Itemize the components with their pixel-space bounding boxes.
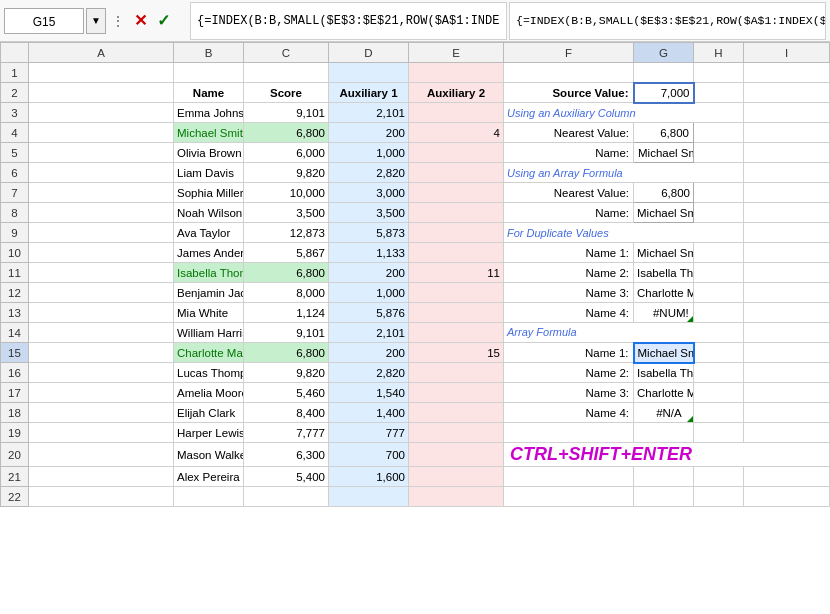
- cell-a15[interactable]: [29, 343, 174, 363]
- cell-a17[interactable]: [29, 383, 174, 403]
- cell-f5[interactable]: Name:: [504, 143, 634, 163]
- cell-h11[interactable]: [694, 263, 744, 283]
- cell-e13[interactable]: [409, 303, 504, 323]
- cell-d2[interactable]: Auxiliary 1: [329, 83, 409, 103]
- cell-i14[interactable]: [744, 323, 830, 343]
- cell-g15[interactable]: Michael Smith: [634, 343, 694, 363]
- cell-h12[interactable]: [694, 283, 744, 303]
- cell-h7[interactable]: [694, 183, 744, 203]
- cell-f17[interactable]: Name 3:: [504, 383, 634, 403]
- cell-g13[interactable]: #NUM!: [634, 303, 694, 323]
- cell-a3[interactable]: [29, 103, 174, 123]
- cell-i13[interactable]: [744, 303, 830, 323]
- cell-c21[interactable]: 5,400: [244, 467, 329, 487]
- cell-g10[interactable]: Michael Smith: [634, 243, 694, 263]
- cell-i21[interactable]: [744, 467, 830, 487]
- cell-f1[interactable]: [504, 63, 634, 83]
- cell-h18[interactable]: [694, 403, 744, 423]
- cell-b2[interactable]: Name: [174, 83, 244, 103]
- col-header-h[interactable]: H: [694, 43, 744, 63]
- cell-i6[interactable]: [744, 163, 830, 183]
- cell-e22[interactable]: [409, 487, 504, 507]
- cell-a9[interactable]: [29, 223, 174, 243]
- cell-c20[interactable]: 6,300: [244, 443, 329, 467]
- cell-i22[interactable]: [744, 487, 830, 507]
- cell-b22[interactable]: [174, 487, 244, 507]
- cell-a16[interactable]: [29, 363, 174, 383]
- cell-d17[interactable]: 1,540: [329, 383, 409, 403]
- cell-b9[interactable]: Ava Taylor: [174, 223, 244, 243]
- cell-g21[interactable]: [634, 467, 694, 487]
- cell-c17[interactable]: 5,460: [244, 383, 329, 403]
- cell-c14[interactable]: 9,101: [244, 323, 329, 343]
- cell-h17[interactable]: [694, 383, 744, 403]
- cell-a20[interactable]: [29, 443, 174, 467]
- cell-c3[interactable]: 9,101: [244, 103, 329, 123]
- cell-a10[interactable]: [29, 243, 174, 263]
- cell-h5[interactable]: [694, 143, 744, 163]
- cell-b19[interactable]: Harper Lewis: [174, 423, 244, 443]
- cell-a5[interactable]: [29, 143, 174, 163]
- col-header-a[interactable]: A: [29, 43, 174, 63]
- cell-g16[interactable]: Isabella Thomas: [634, 363, 694, 383]
- cell-h15[interactable]: [694, 343, 744, 363]
- cell-a21[interactable]: [29, 467, 174, 487]
- cell-d5[interactable]: 1,000: [329, 143, 409, 163]
- cell-d7[interactable]: 3,000: [329, 183, 409, 203]
- cell-g7[interactable]: 6,800: [634, 183, 694, 203]
- cell-e14[interactable]: [409, 323, 504, 343]
- cell-a8[interactable]: [29, 203, 174, 223]
- cell-c1[interactable]: [244, 63, 329, 83]
- col-header-c[interactable]: C: [244, 43, 329, 63]
- cell-i2[interactable]: [744, 83, 830, 103]
- cell-h4[interactable]: [694, 123, 744, 143]
- cell-f16[interactable]: Name 2:: [504, 363, 634, 383]
- cell-g8[interactable]: Michael Smith: [634, 203, 694, 223]
- col-header-f[interactable]: F: [504, 43, 634, 63]
- cell-a12[interactable]: [29, 283, 174, 303]
- cell-f10[interactable]: Name 1:: [504, 243, 634, 263]
- cell-a14[interactable]: [29, 323, 174, 343]
- cell-f18[interactable]: Name 4:: [504, 403, 634, 423]
- cell-d1[interactable]: [329, 63, 409, 83]
- formula-confirm-button[interactable]: ✓: [153, 11, 174, 30]
- cell-h2[interactable]: [694, 83, 744, 103]
- cell-c16[interactable]: 9,820: [244, 363, 329, 383]
- cell-c7[interactable]: 10,000: [244, 183, 329, 203]
- cell-d9[interactable]: 5,873: [329, 223, 409, 243]
- cell-d21[interactable]: 1,600: [329, 467, 409, 487]
- cell-reference-box[interactable]: G15: [4, 8, 84, 34]
- cell-g12[interactable]: Charlotte Martin: [634, 283, 694, 303]
- cell-i9[interactable]: [744, 223, 830, 243]
- cell-g2[interactable]: 7,000: [634, 83, 694, 103]
- cell-a19[interactable]: [29, 423, 174, 443]
- cell-b5[interactable]: Olivia Brown: [174, 143, 244, 163]
- cell-g19[interactable]: [634, 423, 694, 443]
- cell-b13[interactable]: Mia White: [174, 303, 244, 323]
- cell-d20[interactable]: 700: [329, 443, 409, 467]
- cell-e10[interactable]: [409, 243, 504, 263]
- cell-i15[interactable]: [744, 343, 830, 363]
- cell-e9[interactable]: [409, 223, 504, 243]
- cell-c12[interactable]: 8,000: [244, 283, 329, 303]
- col-header-i[interactable]: I: [744, 43, 830, 63]
- cell-i11[interactable]: [744, 263, 830, 283]
- cell-b8[interactable]: Noah Wilson: [174, 203, 244, 223]
- cell-i18[interactable]: [744, 403, 830, 423]
- cell-a1[interactable]: [29, 63, 174, 83]
- cell-d11[interactable]: 200: [329, 263, 409, 283]
- cell-e7[interactable]: [409, 183, 504, 203]
- cell-i5[interactable]: [744, 143, 830, 163]
- cell-c8[interactable]: 3,500: [244, 203, 329, 223]
- cell-h19[interactable]: [694, 423, 744, 443]
- cell-e3[interactable]: [409, 103, 504, 123]
- cell-a11[interactable]: [29, 263, 174, 283]
- cell-f11[interactable]: Name 2:: [504, 263, 634, 283]
- cell-b10[interactable]: James Anderson: [174, 243, 244, 263]
- cell-g4[interactable]: 6,800: [634, 123, 694, 143]
- cell-f13[interactable]: Name 4:: [504, 303, 634, 323]
- cell-h21[interactable]: [694, 467, 744, 487]
- cell-e4[interactable]: 4: [409, 123, 504, 143]
- cell-i3[interactable]: [744, 103, 830, 123]
- cell-d10[interactable]: 1,133: [329, 243, 409, 263]
